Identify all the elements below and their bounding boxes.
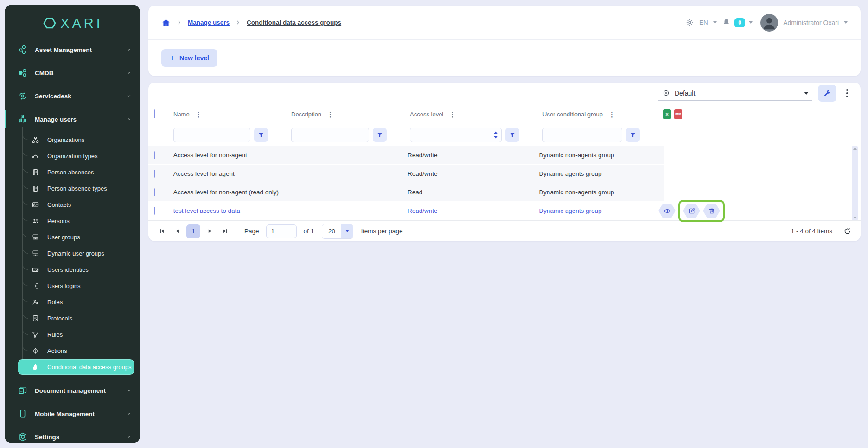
filter-button-description[interactable] (373, 128, 387, 142)
column-header-access-level[interactable]: Access level ⋮ (410, 111, 542, 118)
tablet-icon (18, 409, 28, 419)
home-icon[interactable] (161, 18, 171, 27)
avatar[interactable] (760, 14, 778, 32)
filter-button-group[interactable] (626, 128, 640, 142)
sidebar-item-label: CMDB (35, 70, 126, 77)
cell-name: Access level for agent (173, 170, 290, 177)
book-icon (32, 185, 39, 192)
column-menu-icon[interactable]: ⋮ (608, 111, 615, 118)
breadcrumb-current: Conditional data access groups (247, 19, 341, 26)
previous-page-button[interactable] (171, 225, 183, 237)
bell-icon[interactable] (722, 18, 731, 27)
column-label: User conditional group (542, 111, 603, 118)
row-checkbox[interactable] (154, 170, 155, 178)
column-label: Name (173, 111, 190, 118)
column-header-description[interactable]: Description ⋮ (291, 111, 410, 118)
select-all-checkbox[interactable] (154, 109, 155, 118)
row-checkbox[interactable] (154, 207, 155, 215)
filter-input-group[interactable] (542, 128, 622, 142)
language-selector[interactable]: EN (699, 19, 708, 26)
vertical-scrollbar[interactable] (852, 146, 858, 220)
sidebar-nav: Asset ManagementCMDBServicedeskManage us… (5, 35, 140, 443)
notification-badge[interactable]: 0 (734, 18, 745, 27)
breadcrumb-link-manage-users[interactable]: Manage users (188, 19, 230, 26)
sidebar-item-label: Organization types (47, 153, 97, 160)
export-pdf-icon[interactable]: PDF (674, 109, 682, 119)
cell-name: Access level for non-agent (173, 152, 290, 159)
table-row[interactable]: test level access to dataRead/writeDynam… (148, 202, 664, 220)
column-menu-icon[interactable]: ⋮ (327, 111, 334, 118)
grid-card: Default Name ⋮ Description ⋮ Access leve… (148, 83, 861, 241)
sidebar: XARI Asset ManagementCMDBServicedeskMana… (5, 5, 140, 443)
view-selector[interactable]: Default (658, 86, 812, 101)
sidebar-item-label: Conditional data access groups (47, 364, 131, 371)
cell-user-conditional-group: Dynamic agents group (539, 170, 658, 177)
numeric-spinner[interactable] (494, 132, 498, 139)
last-page-button[interactable] (219, 225, 231, 237)
chevron-down-icon (804, 92, 809, 95)
table-row[interactable]: Access level for agentRead/writeDynamic … (148, 165, 664, 183)
sidebar-item-document-management[interactable]: Document management (5, 379, 140, 402)
view-icon (662, 89, 670, 97)
filter-button-name[interactable] (254, 128, 268, 142)
table-row[interactable]: Access level for non-agentRead/writeDyna… (148, 146, 664, 165)
chevron-down-icon (126, 70, 132, 76)
new-level-button[interactable]: + New level (161, 49, 217, 67)
more-options-button[interactable] (842, 85, 852, 102)
user-name[interactable]: Administrator Oxari (783, 19, 839, 26)
sidebar-item-label: Person absences (47, 169, 94, 176)
filter-input-access-level[interactable] (410, 128, 502, 142)
first-page-button[interactable] (156, 225, 168, 237)
delete-button[interactable] (703, 204, 720, 218)
grid-settings-button[interactable] (818, 85, 836, 102)
sidebar-item-label: User groups (47, 234, 80, 241)
chevron-down-icon[interactable] (844, 21, 848, 24)
export-buttons: x PDF (663, 109, 855, 119)
gear-icon (18, 432, 28, 442)
chevron-down-icon[interactable] (713, 21, 717, 24)
sidebar-item-cmdb[interactable]: CMDB (5, 61, 140, 84)
breadcrumb: Manage users Conditional data access gro… (161, 18, 685, 27)
sidebar-item-asset-management[interactable]: Asset Management (5, 38, 140, 61)
view-button[interactable] (658, 204, 676, 218)
sidebar-item-conditional-data-access-groups[interactable]: Conditional data access groups (5, 359, 140, 375)
chevron-down-icon[interactable] (749, 21, 753, 24)
sidebar-subnav: OrganizationsOrganization typesPerson ab… (5, 131, 140, 379)
column-menu-icon[interactable]: ⋮ (195, 111, 202, 118)
funnel-icon (509, 132, 516, 138)
column-header-name[interactable]: Name ⋮ (173, 111, 291, 118)
column-header-user-conditional-group[interactable]: User conditional group ⋮ (542, 111, 663, 118)
scroll-down-icon[interactable] (853, 217, 857, 219)
sidebar-item-servicedesk[interactable]: Servicedesk (5, 84, 140, 108)
gear-icon[interactable] (685, 18, 694, 27)
notifications: 0 (722, 18, 753, 27)
sidebar-item-label: Person absence types (47, 185, 107, 192)
table-row[interactable]: Access level for non-agent (read only)Re… (148, 183, 664, 202)
row-checkbox[interactable] (154, 151, 155, 159)
role-icon (32, 298, 39, 306)
filter-input-description[interactable] (291, 128, 369, 142)
logo-hexagon-icon (42, 15, 57, 31)
next-page-button[interactable] (204, 225, 216, 237)
column-menu-icon[interactable]: ⋮ (449, 111, 456, 118)
edit-button[interactable] (683, 204, 700, 218)
page-label: Page (244, 228, 259, 235)
chevron-down-icon (126, 388, 132, 393)
actions-row: + New level (148, 40, 861, 76)
sidebar-item-settings[interactable]: Settings (5, 425, 140, 443)
refresh-button[interactable] (841, 225, 853, 237)
page-number-input[interactable] (266, 224, 297, 238)
filter-input-name[interactable] (173, 128, 250, 142)
sidebar-item-mobile-management[interactable]: Mobile Management (5, 402, 140, 425)
current-page-button[interactable]: 1 (186, 224, 200, 238)
edit-icon (688, 207, 696, 215)
cell-access-level: Read (408, 189, 539, 196)
pagination-bar: 1 Page of 1 20 items per page 1 - 4 of 4… (148, 220, 861, 242)
scroll-up-icon[interactable] (853, 147, 857, 150)
filter-button-access-level[interactable] (505, 128, 519, 142)
active-indicator (5, 110, 6, 128)
row-checkbox[interactable] (154, 188, 155, 196)
export-excel-icon[interactable]: x (663, 109, 671, 119)
page-size-select[interactable]: 20 (322, 224, 353, 239)
header-controls: EN 0 (685, 14, 848, 32)
